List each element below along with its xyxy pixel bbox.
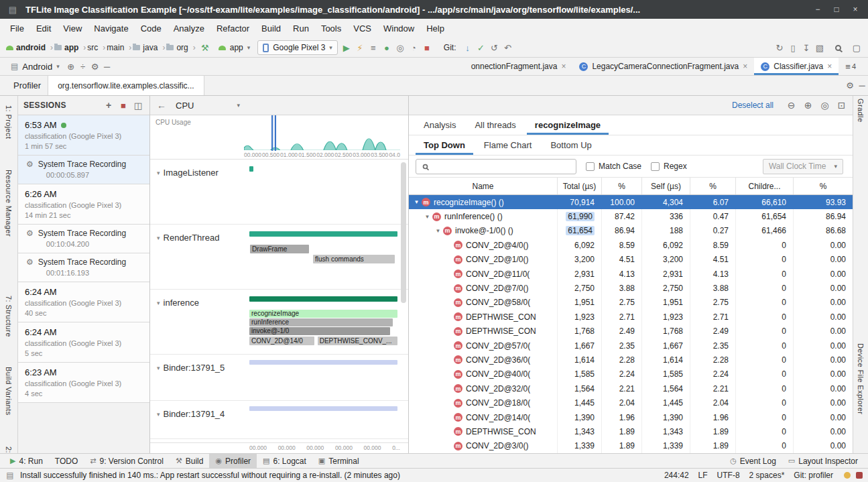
table-row[interactable]: mCONV_2D@32/0(1,5642.211,5642.2100.00 — [409, 381, 853, 396]
menu-item[interactable]: File — [4, 23, 30, 34]
timeline-segment[interactable]: DEPTHWISE_CONV_... — [318, 337, 397, 345]
build-hammer-icon[interactable] — [199, 42, 211, 54]
rollback-icon[interactable]: ↶ — [502, 42, 514, 54]
timeline-segment[interactable]: runInference — [249, 318, 393, 326]
trace-item[interactable]: System Trace Recording00:00:05.897 — [18, 156, 149, 184]
deselect-all-link[interactable]: Deselect all — [732, 101, 773, 110]
profiler-window-title[interactable]: Profiler — [7, 76, 48, 95]
editor-tab[interactable]: Classifier.java — [754, 58, 839, 75]
expand-sessions-icon[interactable] — [132, 99, 144, 111]
profiler-session-tab[interactable]: org.tensorflow.lite.examples.classific..… — [48, 76, 204, 95]
device-select[interactable]: Google Pixel 3 — [257, 40, 338, 55]
menu-item[interactable]: Refactor — [210, 23, 255, 34]
tool-stripe-item[interactable]: Device File Explorer — [857, 343, 865, 414]
timeline-segment[interactable] — [249, 360, 397, 365]
locate-file-icon[interactable] — [65, 60, 77, 72]
tool-stripe-item[interactable]: Gradle — [857, 99, 865, 122]
update-project-icon[interactable]: ↓ — [462, 42, 474, 54]
scrollbar[interactable] — [401, 162, 406, 440]
analysis-subtab[interactable]: Top Down — [416, 135, 473, 155]
close-tab-icon[interactable] — [561, 62, 566, 71]
stop-session-icon[interactable] — [117, 99, 129, 111]
stop-icon[interactable]: ■ — [421, 42, 433, 54]
notifications-icon[interactable] — [851, 42, 863, 54]
apply-code-changes-icon[interactable]: ≡ — [367, 42, 379, 54]
zoom-selection-icon[interactable] — [836, 99, 847, 111]
editor-tab[interactable]: LegacyCameraConnectionFragment.java — [572, 58, 754, 75]
session-item[interactable]: 6:23 AMclassification (Google Pixel 3)4 … — [18, 363, 149, 403]
breadcrumb-item[interactable]: main — [106, 43, 132, 52]
trace-item[interactable]: System Trace Recording00:01:16.193 — [18, 253, 149, 282]
editor-tab[interactable]: onnectionFragment.java — [464, 58, 573, 75]
expand-icon[interactable]: ▼ — [424, 214, 431, 220]
session-item[interactable]: 6:24 AMclassification (Google Pixel 3)40… — [18, 282, 149, 322]
menu-item[interactable]: Edit — [30, 23, 57, 34]
sync-project-icon[interactable]: ↻ — [773, 42, 786, 54]
menu-item[interactable]: Help — [420, 23, 450, 34]
menu-item[interactable]: Window — [377, 23, 420, 34]
column-header[interactable]: % — [602, 178, 642, 194]
menu-item[interactable]: Build — [255, 23, 287, 34]
column-header[interactable]: Self (µs) — [642, 178, 690, 194]
column-header[interactable]: Childre... — [736, 178, 794, 194]
run-config-select[interactable]: app — [214, 42, 255, 54]
thread-row[interactable]: ▾inferencerecognizeImagerunInferenceinvo… — [150, 290, 408, 355]
analysis-tab[interactable]: Analysis — [416, 115, 464, 135]
layout-inspector-button[interactable]: ▭ Layout Inspector — [782, 454, 864, 468]
analysis-subtab[interactable]: Flame Chart — [476, 135, 540, 155]
table-row[interactable]: mDEPTHWISE_CON1,3431.891,3431.8900.00 — [409, 424, 853, 438]
table-row[interactable]: mCONV_2D@3/0()1,3391.891,3391.8900.00 — [409, 439, 853, 453]
coverage-icon[interactable]: ◎ — [394, 42, 406, 54]
thread-name[interactable]: ▾inference — [157, 298, 199, 308]
timeline-segment[interactable]: invoke@-1/0 — [249, 327, 390, 335]
timeline-segment[interactable] — [249, 406, 397, 411]
selection-range[interactable] — [271, 115, 276, 151]
tool-button-version-control[interactable]: ⇄ 9: Version Control — [84, 454, 170, 468]
collapse-icon[interactable]: ▾ — [157, 411, 160, 418]
tool-stripe-item[interactable]: Build Variants — [5, 367, 13, 416]
timeline-segment[interactable] — [249, 296, 397, 302]
timeline-segment[interactable]: flush commands — [313, 255, 395, 263]
filter-input[interactable] — [432, 162, 573, 171]
menu-item[interactable]: Tools — [315, 23, 347, 34]
timeline-segment[interactable]: CONV_2D@14/0 — [249, 337, 314, 345]
minimize-button[interactable] — [812, 5, 824, 14]
table-row[interactable]: mCONV_2D@7/0()2,7503.882,7503.8800.00 — [409, 281, 853, 295]
hide-panel-icon[interactable] — [101, 60, 113, 72]
analysis-tab[interactable]: recognizeImage — [527, 115, 609, 135]
table-row[interactable]: mCONV_2D@14/0(1,3901.961,3901.9600.00 — [409, 410, 853, 424]
table-row[interactable]: mCONV_2D@4/0()6,0928.596,0928.5900.00 — [409, 238, 853, 252]
session-item[interactable]: 6:53 AMclassification (Google Pixel 3)1 … — [18, 115, 149, 156]
hidden-tabs-button[interactable]: 4 — [839, 58, 863, 75]
reset-zoom-icon[interactable] — [819, 99, 830, 111]
status-widget[interactable]: LF — [698, 471, 708, 480]
regex-checkbox[interactable]: Regex — [651, 162, 687, 171]
status-widget[interactable]: 244:42 — [664, 471, 689, 480]
table-row[interactable]: mCONV_2D@1/0()3,2004.513,2004.5100.00 — [409, 253, 853, 267]
timeline-segment[interactable] — [249, 231, 397, 237]
table-row[interactable]: ▼minvoke@-1/0() ()61,65486.941880.2761,4… — [409, 224, 853, 238]
timeline-segment[interactable]: recognizeImage — [249, 310, 397, 318]
table-row[interactable]: mCONV_2D@58/0(1,9512.751,9512.7500.00 — [409, 296, 853, 310]
status-widget[interactable]: 2 spaces* — [749, 471, 785, 480]
thread-name[interactable]: ▾ImageListener — [157, 168, 219, 178]
collapse-all-icon[interactable] — [77, 60, 89, 72]
search-everywhere-icon[interactable] — [835, 45, 841, 51]
table-row[interactable]: mCONV_2D@40/0(1,5852.241,5852.2400.00 — [409, 367, 853, 381]
gear-icon[interactable] — [844, 80, 856, 92]
gear-icon[interactable] — [89, 60, 101, 72]
thread-row[interactable]: ▾Binder:13791_4 — [150, 401, 408, 439]
table-row[interactable]: ▼mrecognizeImage() ()70,914100.004,3046.… — [409, 195, 853, 209]
analysis-tab[interactable]: All threads — [467, 115, 523, 135]
collapse-icon[interactable]: ▾ — [157, 365, 160, 371]
tool-button-profiler[interactable]: ◉ Profiler — [209, 454, 257, 468]
table-row[interactable]: mCONV_2D@11/0(2,9314.132,9314.1300.00 — [409, 267, 853, 281]
breadcrumb-item[interactable]: src — [86, 43, 106, 52]
problems-icon[interactable]: ▧ — [814, 42, 826, 54]
tool-button-run[interactable]: ▶ 4: Run — [4, 454, 49, 468]
session-item[interactable]: 6:24 AMclassification (Google Pixel 3)5 … — [18, 322, 149, 363]
menu-item[interactable]: Code — [135, 23, 168, 34]
column-header[interactable]: Total (µs) — [558, 178, 602, 194]
cpu-selector[interactable]: CPU — [173, 99, 243, 112]
collapse-icon[interactable]: ▾ — [157, 300, 160, 306]
